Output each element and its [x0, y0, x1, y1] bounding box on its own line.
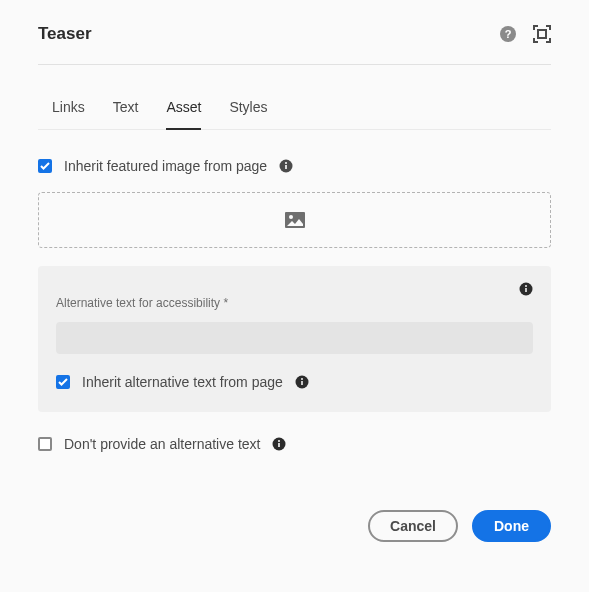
inherit-image-label: Inherit featured image from page: [64, 158, 267, 174]
svg-point-13: [301, 378, 303, 380]
svg-rect-15: [279, 443, 281, 447]
svg-text:?: ?: [505, 28, 512, 40]
svg-rect-2: [538, 30, 546, 38]
tab-text[interactable]: Text: [113, 89, 139, 129]
no-alt-checkbox[interactable]: [38, 437, 52, 451]
svg-point-5: [285, 162, 287, 164]
dialog-header: Teaser ?: [38, 24, 551, 65]
teaser-dialog: Teaser ? Links Text Asset Styles Inherit…: [0, 0, 589, 570]
done-button[interactable]: Done: [472, 510, 551, 542]
info-icon[interactable]: [519, 282, 533, 296]
svg-rect-4: [285, 165, 287, 169]
tab-asset[interactable]: Asset: [166, 89, 201, 129]
cancel-button[interactable]: Cancel: [368, 510, 458, 542]
dialog-footer: Cancel Done: [38, 510, 551, 542]
svg-point-10: [525, 285, 527, 287]
tab-links[interactable]: Links: [52, 89, 85, 129]
image-dropzone[interactable]: [38, 192, 551, 248]
inherit-alt-label: Inherit alternative text from page: [82, 374, 283, 390]
help-icon[interactable]: ?: [499, 25, 517, 43]
inherit-image-row: Inherit featured image from page: [38, 158, 551, 174]
no-alt-row: Don't provide an alternative text: [38, 436, 551, 452]
info-icon[interactable]: [272, 437, 286, 451]
no-alt-label: Don't provide an alternative text: [64, 436, 260, 452]
inherit-alt-row: Inherit alternative text from page: [56, 374, 533, 390]
svg-rect-12: [301, 381, 303, 385]
tab-styles[interactable]: Styles: [229, 89, 267, 129]
alt-text-panel: Alternative text for accessibility * Inh…: [38, 266, 551, 412]
inherit-image-checkbox[interactable]: [38, 159, 52, 173]
alt-text-field-label: Alternative text for accessibility *: [56, 296, 533, 310]
info-icon[interactable]: [295, 375, 309, 389]
info-icon[interactable]: [279, 159, 293, 173]
asset-tab-content: Inherit featured image from page Alterna…: [38, 130, 551, 452]
tab-bar: Links Text Asset Styles: [38, 89, 551, 130]
svg-rect-9: [525, 288, 527, 292]
inherit-alt-checkbox[interactable]: [56, 375, 70, 389]
svg-point-7: [289, 215, 293, 219]
fullscreen-icon[interactable]: [533, 25, 551, 43]
header-icons: ?: [499, 25, 551, 43]
image-placeholder-icon: [285, 212, 305, 228]
alt-text-input[interactable]: [56, 322, 533, 354]
svg-point-16: [278, 440, 280, 442]
dialog-title: Teaser: [38, 24, 92, 44]
